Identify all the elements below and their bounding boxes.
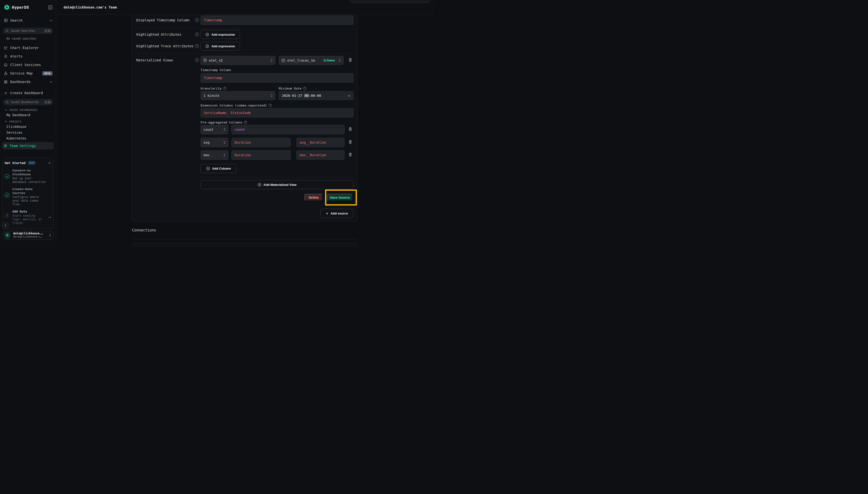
add-expression-button[interactable]: Add expression bbox=[200, 42, 240, 51]
topbar-floating-pill bbox=[350, 0, 430, 3]
help-circle-icon[interactable]: ? bbox=[195, 58, 199, 62]
step-number-badge: 3 bbox=[5, 213, 9, 218]
collapse-sidebar-icon[interactable] bbox=[48, 5, 52, 10]
help-button[interactable]: ? bbox=[2, 222, 9, 229]
table-select[interactable]: otel_traces_1m Schema bbox=[279, 56, 344, 65]
search-icon bbox=[5, 30, 9, 33]
main-content: Displayed Timestamp Column ? Timestamp H… bbox=[56, 15, 434, 247]
create-dashboard-button[interactable]: + Create Dashboard bbox=[0, 89, 56, 97]
help-circle-icon[interactable]: ? bbox=[269, 104, 272, 107]
select-chevrons-icon bbox=[224, 153, 226, 157]
aggregate-alias-input[interactable]: avg__Duration bbox=[296, 138, 345, 147]
add-source-button[interactable]: + Add source bbox=[321, 209, 353, 218]
date-hour-segment[interactable]: 00 bbox=[304, 94, 309, 97]
aggregate-expression-input[interactable]: count bbox=[231, 125, 345, 134]
add-column-button[interactable]: Add Column bbox=[200, 164, 236, 173]
connections-heading: Connections bbox=[132, 228, 156, 232]
aggregate-alias-input[interactable]: max__Duration bbox=[296, 150, 345, 160]
granularity-select[interactable]: 1 minute bbox=[200, 91, 275, 100]
select-chevrons-icon bbox=[339, 59, 341, 62]
chevron-up-icon bbox=[50, 81, 52, 83]
section-presets[interactable]: PRESETS bbox=[5, 119, 56, 124]
sidebar-item-team-settings[interactable]: ⚙ Team Settings bbox=[2, 142, 54, 150]
source-settings-panel: Displayed Timestamp Column ? Timestamp H… bbox=[132, 15, 357, 221]
aggregate-fn-select[interactable]: max bbox=[200, 150, 228, 160]
get-started-item-title: Add Data bbox=[12, 210, 45, 213]
displayed-timestamp-input[interactable]: Timestamp bbox=[200, 16, 353, 25]
help-circle-icon[interactable]: ? bbox=[195, 18, 199, 22]
database-icon bbox=[204, 58, 207, 62]
aggregate-fn-select[interactable]: count bbox=[200, 125, 228, 134]
help-circle-icon[interactable]: ? bbox=[195, 44, 199, 48]
materialized-views-row: Materialized Views ? bbox=[136, 58, 199, 63]
add-materialized-view-button[interactable]: Add Materialized View bbox=[200, 180, 353, 189]
dimension-columns-input[interactable]: ServiceName, StatusCode bbox=[200, 108, 353, 117]
select-chevrons-icon bbox=[270, 94, 273, 97]
help-circle-icon[interactable]: ? bbox=[303, 87, 306, 90]
get-started-item-connect[interactable]: Connect to ClickHouse Set up your databa… bbox=[5, 169, 51, 184]
saved-searches-input[interactable]: Saved Searches ⌘ K bbox=[3, 28, 53, 34]
help-circle-icon[interactable]: ? bbox=[223, 87, 226, 90]
select-chevrons-icon bbox=[270, 59, 273, 62]
sidebar-item-client-sessions[interactable]: Client Sessions bbox=[0, 61, 56, 69]
sidebar-item-my-dashboard[interactable]: My Dashboard bbox=[6, 112, 56, 118]
beta-badge: BETA bbox=[42, 71, 52, 75]
sidebar-item-label: Chart Explorer bbox=[10, 46, 39, 50]
divider bbox=[132, 239, 357, 239]
aggregate-expression-input[interactable]: Duration bbox=[231, 150, 291, 160]
topbar: dale@clickhouse.com's Team bbox=[56, 0, 434, 15]
displayed-timestamp-row: Displayed Timestamp Column ? bbox=[136, 18, 199, 23]
sidebar-item-service-map[interactable]: Service Map BETA bbox=[0, 69, 56, 77]
avatar: D bbox=[4, 232, 11, 239]
sidebar-item-clickhouse[interactable]: ClickHouse bbox=[6, 124, 56, 130]
chevron-down-icon bbox=[5, 121, 7, 122]
section-saved-dashboards[interactable]: SAVED DASHBOARDS bbox=[5, 108, 56, 112]
saved-dashboards-input[interactable]: Saved Dashboards ⌘ K bbox=[3, 99, 53, 105]
sidebar-item-alerts[interactable]: Alerts bbox=[0, 52, 56, 60]
sidebar-item-dashboards[interactable]: Dashboards bbox=[0, 78, 56, 86]
connections-panel bbox=[132, 243, 357, 247]
plus-circle-icon bbox=[206, 33, 209, 36]
shortcut-badge: ⌘ K bbox=[44, 100, 52, 104]
aggregate-fn-select[interactable]: avg bbox=[200, 138, 228, 147]
sidebar: HyperDX Search Saved Searches ⌘ K No sav… bbox=[0, 0, 56, 247]
table-icon bbox=[282, 59, 285, 62]
get-started-item-sources[interactable]: Create Data Sources Configure where your… bbox=[5, 187, 51, 206]
plus-icon: + bbox=[326, 212, 328, 215]
aggregate-expression-input[interactable]: Duration bbox=[231, 138, 291, 147]
gear-icon: ⚙ bbox=[4, 144, 7, 148]
select-chevrons-icon bbox=[224, 128, 226, 131]
help-circle-icon[interactable]: ? bbox=[244, 121, 247, 124]
get-started-item-desc: Configure where your data comes from bbox=[12, 195, 46, 206]
get-started-item-add-data[interactable]: 3 Add Data Start sending logs, metrics, … bbox=[5, 210, 51, 225]
sidebar-item-services[interactable]: Services bbox=[6, 130, 56, 135]
select-chevrons-icon bbox=[224, 141, 226, 144]
preaggregated-columns-label: Pre-aggregated Columns ? bbox=[200, 120, 247, 124]
laptop-icon bbox=[4, 63, 7, 66]
shortcut-badge: ⌘ K bbox=[44, 29, 52, 33]
delete-column-trash-icon[interactable] bbox=[349, 153, 353, 157]
get-started-item-title: Create Data Sources bbox=[12, 187, 46, 195]
clear-date-icon[interactable]: × bbox=[348, 94, 350, 97]
save-source-button[interactable]: Save Source bbox=[327, 194, 353, 201]
delete-source-button[interactable]: Delete bbox=[305, 194, 323, 201]
plus-circle-icon bbox=[258, 183, 261, 187]
help-circle-icon[interactable]: ? bbox=[195, 33, 199, 36]
plus-circle-icon bbox=[206, 44, 209, 48]
database-select[interactable]: otel_v2 bbox=[200, 56, 275, 65]
minimum-date-input[interactable]: 2026-01-2700:00:00 × bbox=[279, 91, 353, 100]
user-menu[interactable]: D dale@clickhouse.… dale@clickhouse.c… bbox=[2, 231, 54, 240]
chevron-up-icon[interactable] bbox=[48, 162, 51, 164]
sidebar-item-kubernetes[interactable]: Kubernetes bbox=[6, 135, 56, 141]
sidebar-item-search[interactable]: Search bbox=[0, 16, 56, 24]
sidebar-item-chart-explorer[interactable]: Chart Explorer bbox=[0, 44, 56, 52]
add-expression-button[interactable]: Add expression bbox=[200, 30, 240, 39]
divider bbox=[136, 53, 353, 54]
delete-column-trash-icon[interactable] bbox=[349, 140, 353, 145]
chevron-down-icon bbox=[5, 109, 7, 111]
user-email: dale@clickhouse.c… bbox=[13, 235, 43, 239]
delete-view-trash-icon[interactable] bbox=[349, 58, 353, 63]
delete-column-trash-icon[interactable] bbox=[349, 127, 353, 132]
schema-link[interactable]: Schema bbox=[323, 58, 335, 62]
mv-timestamp-input[interactable]: Timestamp bbox=[200, 73, 353, 82]
